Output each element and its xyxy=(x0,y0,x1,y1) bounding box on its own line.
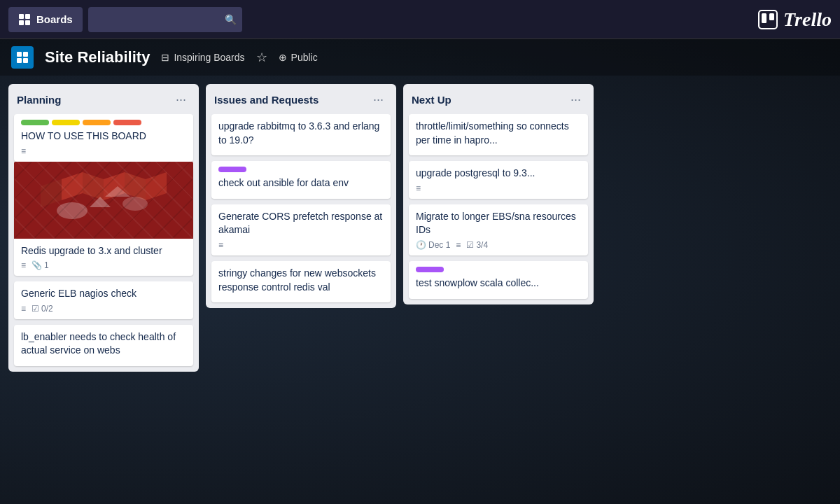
card-footer-elb: ≡ ☑ 0/2 xyxy=(21,304,186,314)
visibility-label: Public xyxy=(291,52,318,63)
description-meta-ebs: ≡ xyxy=(456,240,461,250)
card-migrate-ebs[interactable]: Migrate to longer EBS/sna resources IDs … xyxy=(409,204,588,255)
due-date: Dec 1 xyxy=(428,240,450,250)
description-icon-cors: ≡ xyxy=(218,240,223,250)
label-purple-snowplow xyxy=(416,267,444,272)
label-orange xyxy=(83,120,111,125)
board-content: Planning ··· HOW TO USE THIS BOARD ≡ xyxy=(0,76,840,504)
card-title-websockets: stringy changes for new websockets respo… xyxy=(218,267,384,294)
label-purple xyxy=(218,167,246,172)
boards-button[interactable]: Boards xyxy=(8,7,83,32)
list-issues: Issues and Requests ··· upgrade rabbitmq… xyxy=(206,84,396,308)
svg-point-18 xyxy=(57,202,88,219)
board-collection-button[interactable]: ⊟ Inspiring Boards xyxy=(161,52,244,63)
card-footer-migrate-ebs: 🕐 Dec 1 ≡ ☑ 3/4 xyxy=(416,240,581,250)
card-labels-ansible xyxy=(218,167,384,172)
attachment-count: 1 xyxy=(44,260,49,270)
card-lb[interactable]: lb_enabler needs to check health of actu… xyxy=(14,325,193,366)
svg-rect-2 xyxy=(19,20,24,25)
card-throttle[interactable]: throttle/limit/something so connects per… xyxy=(409,114,588,155)
list-header-issues: Issues and Requests ··· xyxy=(206,84,396,114)
svg-marker-12 xyxy=(62,172,83,200)
card-cors[interactable]: Generate CORS prefetch response at akama… xyxy=(211,204,391,255)
checklist-icon-ebs: ☑ xyxy=(466,240,474,250)
list-menu-planning[interactable]: ··· xyxy=(172,91,190,108)
list-planning: Planning ··· HOW TO USE THIS BOARD ≡ xyxy=(8,84,199,372)
search-input[interactable] xyxy=(97,14,219,25)
card-title: HOW TO USE THIS BOARD xyxy=(21,130,186,144)
card-title-lb: lb_enabler needs to check health of actu… xyxy=(21,330,186,358)
card-title-throttle: throttle/limit/something so connects per… xyxy=(416,120,581,147)
svg-rect-1 xyxy=(25,14,30,19)
svg-point-19 xyxy=(122,197,148,211)
card-snowplow[interactable]: test snowplow scala collec... xyxy=(409,261,588,299)
description-icon-ebs: ≡ xyxy=(456,240,461,250)
svg-marker-20 xyxy=(90,197,111,207)
description-icon: ≡ xyxy=(21,146,26,156)
card-title-elb: Generic ELB nagios check xyxy=(21,287,186,301)
list-title-issues: Issues and Requests xyxy=(214,94,318,106)
svg-rect-0 xyxy=(19,14,24,19)
card-footer-cors: ≡ xyxy=(218,240,384,250)
description-icon-elb: ≡ xyxy=(21,304,26,314)
label-red xyxy=(113,120,141,125)
label-green xyxy=(21,120,49,125)
list-menu-issues[interactable]: ··· xyxy=(369,91,388,108)
board-visibility-button[interactable]: ⊕ Public xyxy=(279,52,318,63)
collection-icon: ⊟ xyxy=(161,52,169,63)
card-title-migrate-ebs: Migrate to longer EBS/sna resources IDs xyxy=(416,210,581,237)
description-icon-postgresql: ≡ xyxy=(416,183,421,193)
svg-rect-3 xyxy=(25,20,30,25)
checklist-icon-elb: ☑ xyxy=(31,304,39,314)
card-redis[interactable]: Redis upgrade to 3.x and cluster ≡ 📎 1 xyxy=(14,167,193,276)
card-rabbitmq[interactable]: upgrade rabbitmq to 3.6.3 and erlang to … xyxy=(211,114,391,155)
card-labels xyxy=(21,120,186,125)
svg-marker-15 xyxy=(104,172,125,200)
card-footer: ≡ xyxy=(21,146,186,156)
list-nextup: Next Up ··· throttle/limit/something so … xyxy=(403,84,594,304)
card-footer-postgresql: ≡ xyxy=(416,183,581,193)
list-title-nextup: Next Up xyxy=(412,94,451,106)
search-bar[interactable]: 🔍 xyxy=(88,7,242,32)
attachment-icon: 📎 xyxy=(31,260,42,270)
description-meta-elb: ≡ xyxy=(21,304,26,314)
card-postgresql[interactable]: upgrade postgresql to 9.3... ≡ xyxy=(409,161,588,199)
card-title-cors: Generate CORS prefetch response at akama… xyxy=(218,210,384,237)
description-meta-redis: ≡ xyxy=(21,260,26,270)
description-icon-meta: ≡ xyxy=(21,146,26,156)
trello-logo-icon xyxy=(758,10,778,29)
board-icon xyxy=(11,46,34,69)
board-icon-svg xyxy=(15,50,29,64)
search-icon: 🔍 xyxy=(225,14,237,25)
list-menu-nextup[interactable]: ··· xyxy=(566,91,585,108)
board-title: Site Reliability xyxy=(45,48,150,66)
card-ansible[interactable]: check out ansible for data env xyxy=(211,161,391,199)
card-how-to-use[interactable]: HOW TO USE THIS BOARD ≡ xyxy=(14,114,193,162)
svg-marker-21 xyxy=(105,186,130,197)
svg-marker-16 xyxy=(125,172,146,200)
card-labels-snowplow xyxy=(416,267,581,272)
svg-rect-5 xyxy=(762,13,766,23)
card-title-postgresql: upgrade postgresql to 9.3... xyxy=(416,167,581,181)
list-cards-planning: HOW TO USE THIS BOARD ≡ xyxy=(8,114,199,372)
svg-rect-6 xyxy=(769,13,774,20)
attachment-meta-redis: 📎 1 xyxy=(31,260,49,270)
card-title-ansible: check out ansible for data env xyxy=(218,176,384,190)
svg-rect-8 xyxy=(23,52,28,57)
card-title-rabbitmq: upgrade rabbitmq to 3.6.3 and erlang to … xyxy=(218,120,384,147)
card-footer-redis: ≡ 📎 1 xyxy=(21,260,186,270)
svg-marker-14 xyxy=(83,172,104,200)
label-yellow xyxy=(52,120,80,125)
boards-label: Boards xyxy=(36,13,73,25)
card-websockets[interactable]: stringy changes for new websockets respo… xyxy=(211,261,391,302)
card-elb[interactable]: Generic ELB nagios check ≡ ☑ 0/2 xyxy=(14,281,193,319)
svg-rect-4 xyxy=(759,10,777,29)
checklist-meta-elb: ☑ 0/2 xyxy=(31,304,53,314)
collection-label: Inspiring Boards xyxy=(174,52,244,63)
trello-logo: Trello xyxy=(758,8,832,31)
description-meta-cors: ≡ xyxy=(218,240,223,250)
checklist-count-ebs: 3/4 xyxy=(476,240,488,250)
trello-logo-text: Trello xyxy=(783,8,832,31)
board-star-button[interactable]: ☆ xyxy=(256,50,267,65)
svg-marker-13 xyxy=(41,179,62,207)
